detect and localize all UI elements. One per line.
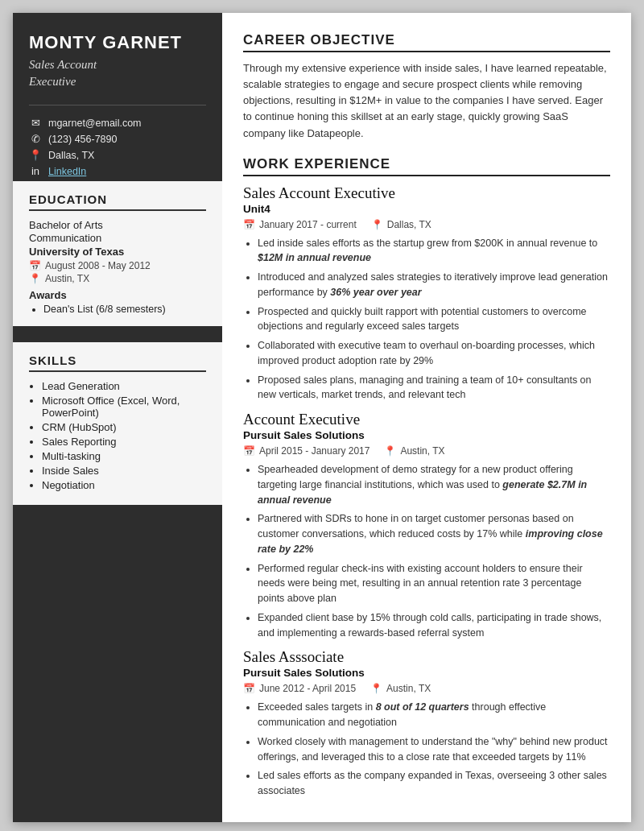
candidate-title: Sales AccountExecutive bbox=[29, 56, 206, 90]
calendar-icon: 📅 bbox=[243, 445, 255, 457]
job-3-location: 📍 Austin, TX bbox=[370, 683, 431, 694]
job-1-company: Unit4 bbox=[243, 203, 610, 215]
pin-icon: 📍 bbox=[371, 219, 383, 230]
bullet: Collaborated with executive team to over… bbox=[258, 338, 610, 369]
skill-item: Multi-tasking bbox=[42, 450, 206, 462]
edu-field: Communication bbox=[29, 232, 206, 244]
job-1-date: 📅 January 2017 - current bbox=[243, 219, 357, 230]
contact-location: 📍 Dallas, TX bbox=[29, 149, 206, 161]
education-heading: EDUCATION bbox=[29, 192, 206, 211]
contact-linkedin[interactable]: in LinkedIn bbox=[29, 165, 206, 177]
calendar-icon: 📅 bbox=[243, 683, 255, 694]
sidebar: MONTY GARNET Sales AccountExecutive ✉ mg… bbox=[13, 13, 222, 822]
contact-email: ✉ mgarnet@email.com bbox=[29, 117, 206, 129]
bullet: Led inside sales efforts as the startup … bbox=[258, 236, 610, 267]
edu-dates: 📅 August 2008 - May 2012 bbox=[29, 260, 206, 271]
job-1-bullets: Led inside sales efforts as the startup … bbox=[243, 236, 610, 403]
job-2: Account Executive Pursuit Sales Solution… bbox=[243, 411, 610, 640]
main-content: CAREER OBJECTIVE Through my extensive ex… bbox=[222, 13, 631, 822]
job-3: Sales Asssociate Pursuit Sales Solutions… bbox=[243, 648, 610, 799]
job-2-location: 📍 Austin, TX bbox=[384, 445, 444, 457]
job-1-title: Sales Account Executive bbox=[243, 184, 610, 202]
edu-degree: Bachelor of Arts bbox=[29, 219, 206, 231]
bullet: Spearheaded development of demo strategy… bbox=[258, 462, 610, 507]
skill-item: Inside Sales bbox=[42, 465, 206, 477]
skill-item: CRM (HubSpot) bbox=[42, 421, 206, 433]
bullet: Prospected and quickly built rapport wit… bbox=[258, 304, 610, 335]
linkedin-icon: in bbox=[29, 165, 42, 177]
job-1-location: 📍 Dallas, TX bbox=[371, 219, 431, 230]
education-section: EDUCATION Bachelor of Arts Communication… bbox=[13, 181, 222, 326]
skill-item: Negotiation bbox=[42, 479, 206, 491]
bullet: Worked closely with management to unders… bbox=[258, 734, 610, 765]
email-icon: ✉ bbox=[29, 117, 42, 129]
edu-location: 📍 Austin, TX bbox=[29, 273, 206, 284]
work-experience-heading: WORK EXPERIENCE bbox=[243, 156, 610, 176]
job-2-date: 📅 April 2015 - January 2017 bbox=[243, 445, 369, 457]
job-1-meta: 📅 January 2017 - current 📍 Dallas, TX bbox=[243, 219, 610, 230]
job-2-bullets: Spearheaded development of demo strategy… bbox=[243, 462, 610, 640]
pin-icon: 📍 bbox=[29, 273, 41, 284]
job-1: Sales Account Executive Unit4 📅 January … bbox=[243, 184, 610, 403]
candidate-name: MONTY GARNET bbox=[29, 32, 206, 53]
awards-list: Dean's List (6/8 semesters) bbox=[29, 304, 206, 315]
award-item: Dean's List (6/8 semesters) bbox=[43, 304, 206, 315]
skills-heading: SKILLS bbox=[29, 353, 206, 372]
job-2-company: Pursuit Sales Solutions bbox=[243, 429, 610, 441]
bullet: Exceeded sales targets in 8 out of 12 qu… bbox=[258, 700, 610, 730]
job-3-bullets: Exceeded sales targets in 8 out of 12 qu… bbox=[243, 700, 610, 799]
skills-section: SKILLS Lead Generation Microsoft Office … bbox=[13, 342, 222, 505]
job-3-date: 📅 June 2012 - April 2015 bbox=[243, 683, 356, 694]
calendar-icon: 📅 bbox=[243, 219, 255, 230]
contact-phone: ✆ (123) 456-7890 bbox=[29, 133, 206, 145]
bullet: Introduced and analyzed sales strategies… bbox=[258, 270, 610, 300]
career-objective-heading: CAREER OBJECTIVE bbox=[243, 32, 610, 52]
job-3-title: Sales Asssociate bbox=[243, 648, 610, 666]
skill-item: Sales Reporting bbox=[42, 436, 206, 448]
location-icon: 📍 bbox=[29, 149, 42, 161]
skills-list: Lead Generation Microsoft Office (Excel,… bbox=[29, 380, 206, 491]
bullet: Partnered with SDRs to hone in on target… bbox=[258, 511, 610, 556]
phone-icon: ✆ bbox=[29, 133, 42, 145]
pin-icon: 📍 bbox=[370, 683, 382, 694]
skill-item: Lead Generation bbox=[42, 380, 206, 392]
job-3-company: Pursuit Sales Solutions bbox=[243, 667, 610, 679]
job-2-title: Account Executive bbox=[243, 411, 610, 428]
awards-label: Awards bbox=[29, 289, 206, 301]
bullet: Proposed sales plans, managing and train… bbox=[258, 373, 610, 403]
bullet: Expanded client base by 15% through cold… bbox=[258, 610, 610, 641]
edu-school: University of Texas bbox=[29, 246, 206, 258]
pin-icon: 📍 bbox=[384, 445, 396, 457]
job-3-meta: 📅 June 2012 - April 2015 📍 Austin, TX bbox=[243, 683, 610, 694]
resume-container: MONTY GARNET Sales AccountExecutive ✉ mg… bbox=[13, 13, 631, 822]
bullet: Led sales efforts as the company expande… bbox=[258, 768, 610, 799]
job-2-meta: 📅 April 2015 - January 2017 📍 Austin, TX bbox=[243, 445, 610, 457]
skill-item: Microsoft Office (Excel, Word, PowerPoin… bbox=[42, 395, 206, 419]
calendar-icon: 📅 bbox=[29, 260, 41, 271]
bullet: Performed regular check-ins with existin… bbox=[258, 561, 610, 606]
career-objective-text: Through my extensive experience with ins… bbox=[243, 60, 610, 142]
